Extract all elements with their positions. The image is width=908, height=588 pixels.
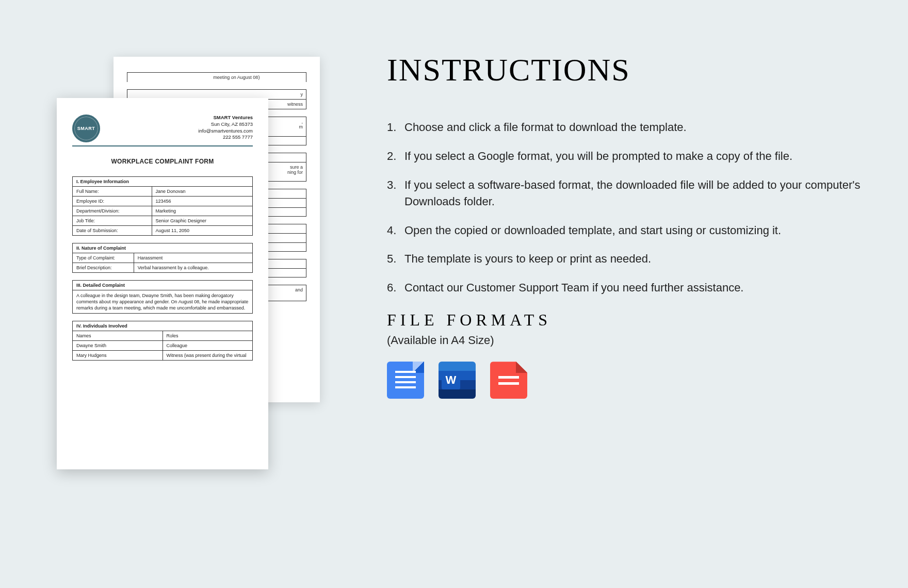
instruction-step: Contact our Customer Support Team if you… (387, 280, 867, 296)
document-preview-area: meeting on August 08) y witness ,m sure … (0, 0, 382, 588)
instruction-step: Choose and click a file format to downlo… (387, 119, 867, 136)
company-email: info@smartventures.com (198, 128, 253, 135)
company-phone: 222 555 7777 (198, 134, 253, 141)
section-heading: III. Detailed Complaint (73, 281, 253, 290)
section-heading: II. Nature of Complaint (73, 243, 253, 253)
instructions-title: INSTRUCTIONS (387, 52, 867, 88)
google-docs-icon[interactable] (387, 362, 424, 399)
company-logo: SMART (72, 115, 100, 142)
instructions-list: Choose and click a file format to downlo… (387, 119, 867, 296)
company-contact-block: SMART Ventures Sun City, AZ 85373 info@s… (198, 115, 253, 141)
section-detailed-complaint: III. Detailed Complaint A colleague in t… (72, 280, 253, 314)
instruction-step: If you select a Google format, you will … (387, 148, 867, 165)
file-format-icons (387, 362, 867, 399)
section-nature-complaint: II. Nature of Complaint Type of Complain… (72, 243, 253, 273)
instruction-step: The template is yours to keep or print a… (387, 251, 867, 267)
section-heading: I. Employee Information (73, 177, 253, 187)
section-employee-info: I. Employee Information Full Name:Jane D… (72, 176, 253, 236)
pdf-icon[interactable] (490, 362, 527, 399)
file-formats-title: FILE FORMATS (387, 311, 867, 330)
instruction-step: Open the copied or downloaded template, … (387, 222, 867, 239)
company-address: Sun City, AZ 85373 (198, 121, 253, 128)
file-formats-subtitle: (Available in A4 Size) (387, 334, 867, 347)
instructions-panel: INSTRUCTIONS Choose and click a file for… (382, 0, 908, 588)
document-page-1: SMART SMART Ventures Sun City, AZ 85373 … (57, 98, 268, 469)
header-divider (72, 145, 253, 146)
instruction-step: If you select a software-based format, t… (387, 177, 867, 210)
section-heading: IV. Individuals Involved (73, 321, 253, 331)
form-title: WORKPLACE COMPLAINT FORM (72, 158, 253, 165)
section-individuals-involved: IV. Individuals Involved NamesRoles Dway… (72, 321, 253, 361)
page2-text-fragment: meeting on August 08) (213, 75, 260, 80)
company-name: SMART Ventures (198, 115, 253, 121)
page2-text-fragment: y (220, 92, 303, 97)
ms-word-icon[interactable] (439, 362, 476, 399)
complaint-body: A colleague in the design team, Dwayne S… (73, 290, 253, 314)
